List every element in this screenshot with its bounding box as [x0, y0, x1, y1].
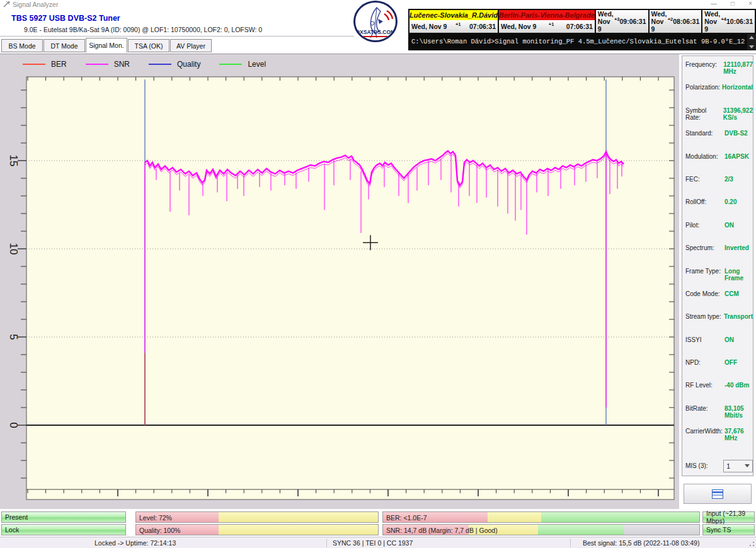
status-badge-present: Present	[1, 511, 126, 523]
clock-panel: MoscowWed, Nov 9+309:06:31	[595, 9, 648, 34]
param-row: Stream type:Transport	[682, 313, 753, 336]
param-row: Polarization:Horizontal	[682, 84, 753, 106]
status-badge-lock: Lock	[1, 524, 126, 535]
panel-button[interactable]	[684, 484, 752, 504]
param-row: Modulation:16APSK	[682, 153, 753, 176]
tab-av-player[interactable]: AV Player	[170, 39, 212, 52]
clock-value: 10:06:31	[726, 18, 753, 25]
param-label: FEC:	[685, 176, 724, 183]
param-value: Inverted	[724, 244, 753, 251]
mis-value: 1	[726, 462, 730, 470]
param-row: BitRate:83,105 Mbit/s	[682, 405, 753, 428]
close-icon[interactable]: ×	[748, 0, 752, 8]
clock-panel: AthensWed, Nov 9+208:06:31	[648, 9, 702, 34]
param-row: Code Mode:CCM	[682, 290, 753, 313]
param-row: CarrierWidth:37,676 MHz	[682, 428, 753, 450]
tab-bs-mode[interactable]: BS Mode	[1, 39, 43, 52]
param-value: Long Frame	[724, 268, 753, 282]
scroll-down-icon[interactable]	[749, 45, 754, 49]
bar-label: SNR: 14,7 dB (Margin: 7,7 dB | Good)	[386, 527, 498, 534]
status-sync-counters: SYNC 36 | TEI 0 | CC 1937	[333, 539, 413, 547]
clock-panel: Berlin-Paris-Vienna-BelgradeWed, Nov 9+1…	[498, 9, 595, 34]
clock-date: Wed, Nov 9	[411, 23, 447, 30]
param-row: Standard:DVB-S2	[682, 130, 753, 152]
clock-date: Wed, Nov 9	[651, 10, 668, 33]
tab-dt-mode[interactable]: DT Mode	[43, 39, 85, 52]
param-label: Frame Type:	[685, 268, 724, 275]
clock-utc-offset: +3	[614, 16, 620, 22]
console-bar: C:\Users\Roman Dávid>Signal monitoring_P…	[408, 34, 756, 50]
clock-panel: Lučenec-Slovakia_R.DávidWed, Nov 9+107:0…	[408, 9, 498, 34]
bar-segment-yellow	[219, 525, 378, 535]
monitor-row: PresentLevel: 72%BER: <1.0E-7Input (~21,…	[0, 511, 756, 523]
param-value: 37,676 MHz	[724, 428, 753, 442]
bar-segment-yellow	[219, 512, 378, 522]
status-bar: Locked -> Uptime: 72:14:13 SYNC 36 | TEI…	[0, 537, 756, 548]
clock-time: Wed, Nov 9+107:06:31	[499, 20, 595, 33]
clock-date: Wed, Nov 9	[501, 23, 536, 30]
param-label: NPD:	[685, 359, 724, 366]
window-title: Signal Analyzer	[13, 1, 58, 8]
param-label: Code Mode:	[685, 290, 724, 297]
clock-value: 07:06:31	[469, 23, 496, 30]
mis-select[interactable]: 1	[723, 460, 753, 472]
param-label: ISSYI	[685, 336, 724, 343]
scroll-up-icon[interactable]	[749, 36, 754, 39]
clock-time: Wed, Nov 9+410:06:31	[702, 10, 755, 33]
mode-tabs: BS ModeDT ModeSignal Mon.TSA (OK)AV Play…	[1, 39, 212, 54]
tab-tsa-ok-[interactable]: TSA (OK)	[128, 39, 169, 52]
param-value: ON	[724, 336, 753, 343]
clock-time: Wed, Nov 9+107:06:31	[410, 20, 498, 33]
param-label: BitRate:	[685, 405, 724, 412]
clock-time: Wed, Nov 9+309:06:31	[596, 10, 648, 33]
param-value: 12110,877 MHz	[723, 61, 753, 75]
param-value: ON	[724, 222, 753, 229]
param-label: Stream type:	[685, 313, 724, 320]
minimize-icon[interactable]: —	[711, 0, 717, 8]
plot-background	[26, 77, 674, 499]
console-command: C:\Users\Roman Dávid>Signal monitoring_P…	[411, 38, 745, 45]
monitor-row: LockQuality: 100%SNR: 14,7 dB (Margin: 7…	[0, 524, 756, 535]
world-clocks: Lučenec-Slovakia_R.DávidWed, Nov 9+107:0…	[408, 9, 756, 34]
param-row: RollOff:0.20	[682, 198, 753, 221]
clock-utc-offset: +2	[668, 16, 673, 22]
y-axis-label: 10	[8, 243, 20, 255]
status-badge-sync-ts: Sync TS	[702, 524, 755, 535]
signal-plot[interactable]: 151050	[0, 54, 679, 509]
param-row: FEC:2/3	[682, 176, 753, 198]
param-label: Standard:	[685, 130, 724, 137]
param-value: -40 dBm	[724, 382, 753, 389]
param-label: Frequency:	[685, 61, 723, 68]
param-label: Symbol Rate:	[685, 107, 723, 121]
status-best-signal: Best signal: 15,5 dB (2022-11-08 03:49)	[583, 539, 699, 547]
param-label: RollOff:	[685, 198, 724, 205]
bar-segment-green	[538, 525, 624, 535]
param-label: Modulation:	[685, 153, 724, 160]
param-label: Polarization:	[685, 84, 722, 91]
y-axis-label: 5	[8, 334, 20, 340]
param-row: Spectrum:Inverted	[682, 244, 753, 267]
header-divider	[0, 36, 354, 37]
tab-signal-mon-[interactable]: Signal Mon.	[86, 38, 127, 53]
tuner-name: TBS 5927 USB DVB-S2 Tuner	[11, 14, 120, 23]
list-window-icon	[712, 489, 723, 499]
resize-grip[interactable]	[749, 540, 755, 547]
status-separator	[570, 539, 571, 547]
logo-text: DXSATCS.COM	[355, 29, 396, 35]
dxsatcs-logo: DXSATCS.COM	[353, 1, 398, 42]
param-label: RF Level:	[685, 382, 724, 389]
param-value: Horizontal	[722, 84, 753, 91]
status-separator	[326, 539, 327, 547]
clock-city: Berlin-Paris-Vienna-Belgrade	[499, 10, 595, 20]
y-axis-label: 0	[8, 422, 20, 428]
param-label: CarrierWidth:	[685, 428, 724, 435]
clock-time: Wed, Nov 9+208:06:31	[650, 10, 702, 33]
maximize-icon[interactable]: □	[731, 0, 735, 8]
clock-date: Wed, Nov 9	[598, 10, 614, 33]
clock-value: 09:06:31	[620, 18, 646, 25]
param-row: NPD:OFF	[682, 359, 753, 382]
progress-bar: Quality: 100%	[135, 524, 379, 535]
console-scrollbar[interactable]	[747, 34, 756, 50]
clock-panel: DubaiWed, Nov 9+410:06:31	[701, 9, 756, 34]
progress-bar: Level: 72%	[135, 511, 379, 523]
